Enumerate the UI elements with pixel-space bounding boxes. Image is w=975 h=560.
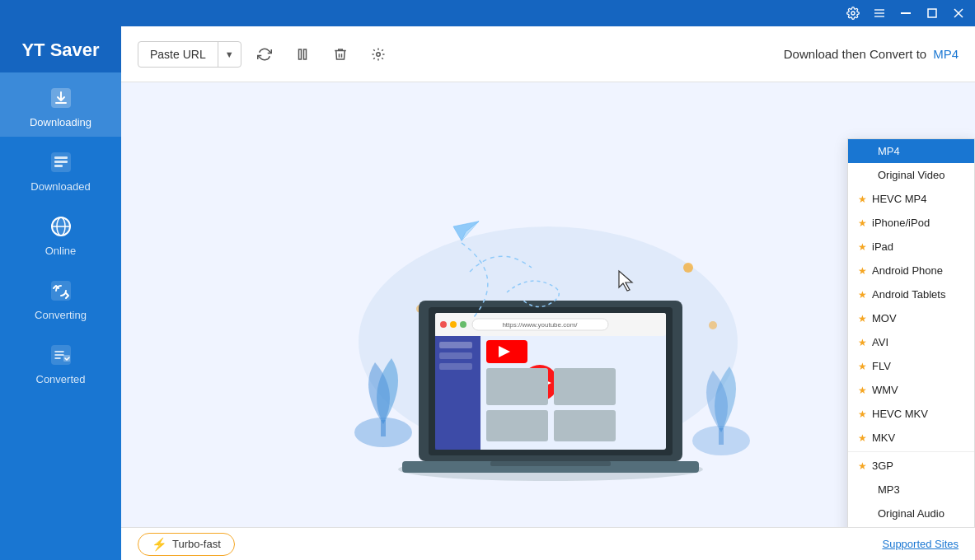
maximize-button[interactable] [919, 0, 945, 26]
svg-rect-31 [719, 428, 724, 445]
dropdown-item-label: HEVC MP4 [872, 193, 926, 205]
dropdown-item-label: WMV [872, 384, 898, 396]
dropdown-item-label: HEVC MKV [872, 408, 928, 420]
dropdown-item-wmv[interactable]: ★WMV [848, 378, 974, 402]
minimize-button[interactable] [893, 0, 919, 26]
sidebar: YT Saver Downloading Downloaded [0, 26, 121, 560]
svg-rect-10 [54, 156, 68, 159]
svg-rect-52 [486, 410, 548, 441]
svg-point-39 [460, 321, 466, 328]
lightning-icon: ⚡ [152, 537, 167, 552]
paste-url-button[interactable]: Paste URL ▼ [138, 41, 241, 68]
svg-point-21 [376, 52, 380, 56]
sidebar-item-online[interactable]: Online [0, 201, 121, 265]
converting-icon [47, 277, 75, 305]
dropdown-item-m4a[interactable]: ★M4A [848, 525, 974, 527]
illustration-area: https://www.youtube.com/ [121, 82, 975, 527]
svg-point-37 [440, 321, 447, 328]
close-button[interactable] [945, 0, 972, 26]
settings2-button[interactable] [363, 40, 393, 69]
bottombar: ⚡ Turbo-fast Supported Sites [121, 527, 975, 560]
toolbar: Paste URL ▼ [121, 26, 975, 82]
svg-rect-53 [554, 410, 616, 441]
dropdown-item-label: iPhone/iPod [872, 217, 930, 229]
dropdown-item-label: Original Video [878, 169, 945, 181]
refresh-button[interactable] [250, 40, 279, 69]
dropdown-item-ipad[interactable]: ★iPad [848, 235, 974, 259]
star-icon: ★ [858, 265, 867, 277]
dropdown-item-label: MKV [872, 432, 895, 444]
svg-rect-43 [439, 342, 472, 348]
downloaded-icon [47, 148, 75, 176]
star-icon: ★ [858, 217, 867, 229]
dropdown-item-mp4[interactable]: MP4 [848, 139, 974, 163]
sidebar-label-downloading: Downloading [30, 116, 91, 128]
main-area: Paste URL ▼ [121, 26, 975, 560]
svg-rect-44 [439, 352, 472, 359]
dropdown-item-flv[interactable]: ★FLV [848, 354, 974, 378]
paste-url-dropdown-arrow[interactable]: ▼ [218, 44, 241, 65]
format-selector-link[interactable]: MP4 [933, 47, 959, 61]
online-icon [47, 212, 75, 240]
delete-button[interactable] [326, 40, 355, 69]
dropdown-item-mkv[interactable]: ★MKV [848, 426, 974, 450]
dropdown-item-label: MOV [872, 312, 897, 324]
svg-rect-12 [54, 165, 63, 167]
dropdown-item-iphone_ipod[interactable]: ★iPhone/iPod [848, 211, 974, 235]
svg-rect-55 [490, 461, 611, 466]
svg-rect-11 [54, 161, 68, 163]
dropdown-item-label: Original Audio [878, 507, 945, 520]
svg-rect-4 [901, 12, 911, 14]
dropdown-item-mov[interactable]: ★MOV [848, 306, 974, 330]
dropdown-item-original_video[interactable]: Original Video [848, 163, 974, 187]
dropdown-item-3gp[interactable]: ★3GP [848, 454, 974, 478]
star-icon: ★ [858, 337, 867, 348]
star-icon: ★ [858, 241, 867, 253]
format-dropdown: MP4Original Video★HEVC MP4★iPhone/iPod★i… [847, 138, 975, 527]
menu-button[interactable] [866, 0, 893, 26]
sidebar-item-downloading[interactable]: Downloading [0, 72, 121, 137]
dropdown-item-label: MP4 [878, 145, 900, 157]
download-icon [47, 84, 75, 112]
dropdown-item-label: 3GP [872, 460, 893, 472]
star-icon: ★ [858, 361, 867, 372]
sidebar-item-converting[interactable]: Converting [0, 265, 121, 329]
turbo-label: Turbo-fast [172, 538, 221, 550]
sidebar-label-converting: Converting [35, 309, 87, 321]
sidebar-item-converted[interactable]: Converted [0, 329, 121, 394]
trash-icon [333, 47, 348, 62]
dropdown-item-hevc_mkv[interactable]: ★HEVC MKV [848, 402, 974, 426]
dropdown-divider [848, 451, 974, 452]
star-icon: ★ [858, 385, 867, 396]
dropdown-item-android_tablets[interactable]: ★Android Tablets [848, 282, 974, 306]
svg-point-23 [683, 263, 693, 273]
dropdown-item-original_audio[interactable]: Original Audio [848, 502, 974, 525]
dropdown-item-avi[interactable]: ★AVI [848, 330, 974, 354]
supported-sites-link[interactable]: Supported Sites [882, 538, 959, 550]
toolbar-right: Download then Convert to MP4 [784, 47, 959, 61]
settings-button[interactable] [840, 0, 866, 26]
star-icon: ★ [858, 432, 867, 444]
app-title: YT Saver [0, 26, 121, 72]
header-text: Download then Convert to [784, 47, 926, 61]
dropdown-item-hevc_mp4[interactable]: ★HEVC MP4 [848, 187, 974, 211]
dropdown-item-android_phone[interactable]: ★Android Phone [848, 259, 974, 282]
svg-rect-19 [298, 49, 301, 59]
svg-rect-45 [439, 363, 472, 370]
dropdown-item-label: iPad [872, 240, 893, 253]
dropdown-item-label: Android Tablets [872, 288, 945, 301]
dropdown-item-label: FLV [872, 360, 891, 372]
dropdown-item-label: Android Phone [872, 264, 943, 277]
sidebar-label-converted: Converted [36, 373, 86, 385]
svg-rect-5 [928, 9, 936, 17]
svg-rect-29 [381, 420, 386, 436]
dropdown-item-mp3[interactable]: MP3 [848, 478, 974, 502]
svg-point-24 [709, 321, 717, 329]
svg-point-38 [450, 321, 457, 328]
sidebar-item-downloaded[interactable]: Downloaded [0, 137, 121, 201]
dropdown-item-label: MP3 [878, 483, 900, 496]
pause-button[interactable] [288, 40, 317, 69]
svg-rect-50 [486, 368, 548, 405]
svg-rect-16 [51, 281, 71, 301]
converted-icon [47, 341, 75, 369]
